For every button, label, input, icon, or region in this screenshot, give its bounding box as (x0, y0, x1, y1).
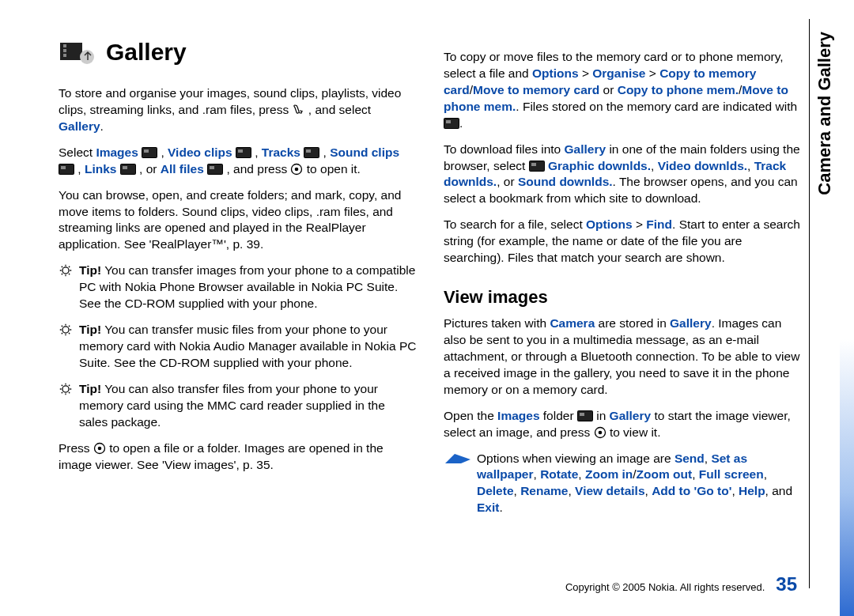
view-images-p2: Open the Images folder in Gallery to sta… (444, 408, 802, 441)
links-icon (120, 163, 136, 174)
margin-rule (809, 19, 810, 588)
download-paragraph: To download files into Gallery in one of… (444, 142, 802, 208)
right-column: To copy or move files to the memory card… (444, 38, 802, 526)
intro-paragraph: To store and organise your images, sound… (59, 85, 417, 135)
tip-3: Tip! You can also transfer files from yo… (59, 381, 417, 431)
memory-card-icon (444, 117, 459, 128)
tip-1: Tip! You can transfer images from your p… (59, 263, 417, 312)
gallery-icon (59, 38, 95, 66)
select-folders-paragraph: Select Images , Video clips , Tracks , S… (59, 145, 417, 178)
tip-2: Tip! You can transfer music files from y… (59, 322, 417, 372)
tip-icon (59, 382, 73, 396)
sound-clips-icon (59, 163, 74, 174)
browser-icon (529, 160, 545, 171)
images-folder-icon (577, 410, 593, 421)
page-number: 35 (776, 573, 797, 595)
title-text: Gallery (106, 39, 187, 66)
menu-key-icon (292, 104, 304, 116)
copy-move-paragraph: To copy or move files to the memory card… (444, 49, 802, 132)
all-files-icon (207, 163, 223, 174)
images-icon (142, 146, 157, 157)
video-clips-icon (236, 146, 251, 157)
view-images-heading: View images (444, 287, 802, 308)
browse-paragraph: You can browse, open, and create folders… (59, 187, 417, 254)
joystick-icon (594, 426, 606, 439)
options-wedge-icon (444, 452, 472, 465)
press-open-paragraph: Press to open a file or a folder. Images… (59, 440, 417, 474)
joystick-icon (290, 163, 303, 176)
tracks-icon (304, 146, 319, 157)
page-edge-gradient (840, 0, 854, 616)
page-title: Gallery (59, 38, 417, 66)
left-column: Gallery To store and organise your image… (59, 38, 417, 526)
copyright-text: Copyright © 2005 Nokia. All rights reser… (565, 581, 765, 593)
search-paragraph: To search for a file, select Options > F… (444, 217, 802, 266)
page-footer: Copyright © 2005 Nokia. All rights reser… (565, 573, 797, 595)
options-list: Options when viewing an image are Send, … (444, 451, 802, 517)
tip-icon (59, 323, 73, 337)
joystick-icon (93, 442, 106, 455)
chapter-tab: Camera and Gallery (814, 32, 835, 195)
view-images-p1: Pictures taken with Camera are stored in… (444, 316, 802, 399)
tip-icon (59, 263, 73, 278)
